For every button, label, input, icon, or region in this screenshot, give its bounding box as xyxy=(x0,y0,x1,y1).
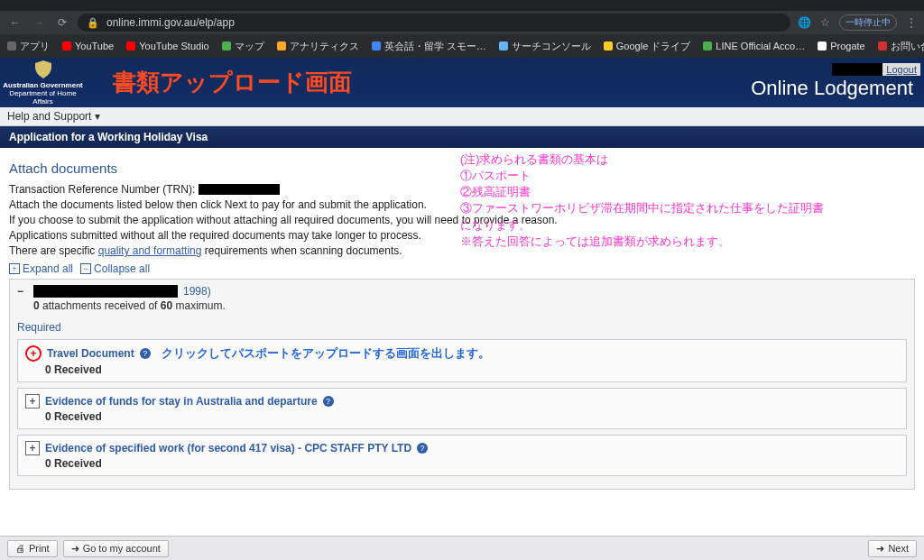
forward-button[interactable]: → xyxy=(31,16,47,29)
lock-icon: 🔒 xyxy=(87,17,99,29)
doc-group-specified-work: + Evidence of specified work (for second… xyxy=(17,435,907,476)
quality-formatting-link[interactable]: quality and formatting xyxy=(98,244,202,257)
collapse-all[interactable]: −Collapse all xyxy=(80,262,150,275)
instruction-text: Applications submitted without all the r… xyxy=(9,229,915,242)
chrome-tab-strip xyxy=(0,0,924,11)
instruction-text: Attach the documents listed below then c… xyxy=(9,198,915,211)
bookmark-item[interactable]: サーチコンソール xyxy=(499,40,591,53)
print-icon: 🖨 xyxy=(15,543,25,554)
service-name: Online Lodgement xyxy=(751,77,913,100)
bookmark-item[interactable]: LINE Official Acco… xyxy=(703,41,805,51)
received-count: 0 Received xyxy=(45,410,899,423)
doc-group-travel-document: + Travel Document ? クリックしてパスポートをアップロードする… xyxy=(17,339,907,382)
next-button[interactable]: ➜Next xyxy=(868,540,917,557)
attachment-count: 0 attachments received of 60 maximum. xyxy=(33,299,907,312)
back-button[interactable]: ← xyxy=(7,16,23,29)
print-button[interactable]: 🖨Print xyxy=(7,540,58,557)
section-title-bar: Application for a Working Holiday Visa xyxy=(0,126,924,148)
bookmark-item[interactable]: マップ xyxy=(222,40,264,53)
bookmarks-bar: アプリ YouTube YouTube Studio マップ アナリティクス 英… xyxy=(0,34,924,58)
required-heading: Required xyxy=(17,321,907,334)
logout-link[interactable]: Logout xyxy=(882,63,920,76)
trn-redacted xyxy=(199,184,280,195)
expand-doc-button[interactable]: + xyxy=(25,441,40,455)
translate-icon[interactable]: 🌐 xyxy=(798,16,811,29)
bookmark-star-icon[interactable]: ☆ xyxy=(820,16,830,29)
expand-all[interactable]: +Expand all xyxy=(9,262,73,275)
doc-annotation: クリックしてパスポートをアップロードする画面を出します。 xyxy=(162,345,490,362)
bookmark-item[interactable]: Progate xyxy=(818,41,865,51)
help-support-menu[interactable]: Help and Support ▾ xyxy=(0,107,924,126)
instruction-text: There are specific quality and formattin… xyxy=(9,244,915,257)
applicant-year: 1998) xyxy=(183,285,211,298)
reload-button[interactable]: ⟳ xyxy=(54,16,70,29)
trn-row: Transaction Reference Number (TRN): xyxy=(9,183,915,196)
instruction-text: If you choose to submit the application … xyxy=(9,214,915,226)
doc-title-link[interactable]: Evidence of funds for stay in Australia … xyxy=(45,395,318,408)
applicant-panel: − 1998) 0 attachments received of 60 max… xyxy=(9,279,915,490)
doc-title-link[interactable]: Evidence of specified work (for second 4… xyxy=(45,442,411,454)
site-header: Australian Government Department of Home… xyxy=(0,58,924,107)
doc-title-link[interactable]: Travel Document xyxy=(47,347,134,360)
page-annotated-title: 書類アップロード画面 xyxy=(113,67,352,98)
bookmark-item[interactable]: YouTube xyxy=(62,41,114,51)
main-content: Attach documents Transaction Reference N… xyxy=(0,148,924,497)
paused-chip[interactable]: 一時停止中 xyxy=(839,14,897,31)
gov-crest: Australian Government Department of Home… xyxy=(0,59,86,106)
menu-icon[interactable]: ⋮ xyxy=(906,16,917,29)
doc-group-funds-evidence: + Evidence of funds for stay in Australi… xyxy=(17,388,907,429)
bookmark-item[interactable]: 英会話・留学 スモー… xyxy=(372,40,486,53)
footer-bar: 🖨Print ➜Go to my account ➜Next xyxy=(0,536,924,560)
received-count: 0 Received xyxy=(45,457,899,470)
address-omnibox[interactable]: 🔒 online.immi.gov.au/elp/app xyxy=(78,14,790,32)
expand-collapse-tools: +Expand all −Collapse all xyxy=(9,262,915,275)
arrow-icon: ➜ xyxy=(71,543,79,555)
apps-shortcut[interactable]: アプリ xyxy=(7,40,50,53)
collapse-toggle[interactable]: − xyxy=(17,285,28,298)
attach-heading: Attach documents xyxy=(9,161,915,176)
expand-doc-button[interactable]: + xyxy=(25,345,42,362)
help-icon[interactable]: ? xyxy=(140,348,151,359)
crest-icon xyxy=(32,59,54,80)
bookmark-item[interactable]: お問い合わせフォーム xyxy=(878,40,924,53)
arrow-icon: ➜ xyxy=(876,543,884,555)
bookmark-item[interactable]: アナリティクス xyxy=(277,40,359,53)
help-icon[interactable]: ? xyxy=(323,396,334,407)
applicant-name-redacted xyxy=(33,285,178,298)
help-icon[interactable]: ? xyxy=(417,443,428,454)
expand-doc-button[interactable]: + xyxy=(25,394,40,409)
bookmark-item[interactable]: Google ドライブ xyxy=(604,40,691,53)
received-count: 0 Received xyxy=(45,363,899,376)
url-text: online.immi.gov.au/elp/app xyxy=(106,16,235,29)
go-to-account-button[interactable]: ➜Go to my account xyxy=(63,540,169,557)
bookmark-item[interactable]: YouTube Studio xyxy=(126,41,208,51)
chrome-address-bar: ← → ⟳ 🔒 online.immi.gov.au/elp/app 🌐 ☆ 一… xyxy=(0,11,924,34)
